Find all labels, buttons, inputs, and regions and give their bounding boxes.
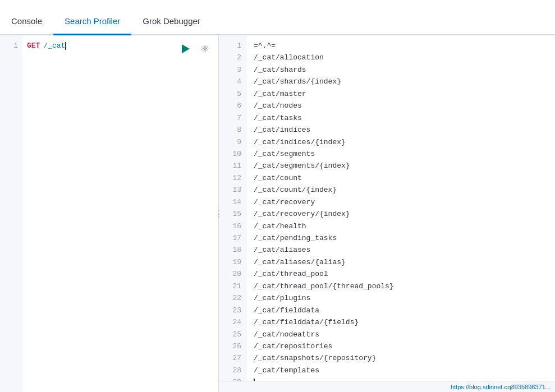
drag-dots-icon: ⋮ [214, 209, 222, 219]
output-line-13: /_cat/count/{index} [254, 184, 548, 196]
output-line-5: /_cat/master [254, 88, 548, 100]
output-line-number-19: 19 [219, 256, 241, 268]
output-line-12: /_cat/count [254, 172, 548, 184]
output-line-number-27: 27 [219, 352, 241, 364]
play-icon [182, 44, 190, 53]
output-line-number-10: 10 [219, 148, 241, 160]
output-line-number-8: 8 [219, 124, 241, 136]
left-panel: ⚛ 1 GET /_cat ⋮ [0, 35, 219, 392]
main-layout: ⚛ 1 GET /_cat ⋮ 123 [0, 35, 555, 392]
output-line-number-22: 22 [219, 292, 241, 304]
editor-line-number-1: 1 [0, 40, 18, 52]
output-line-number-2: 2 [219, 52, 241, 63]
output-line-number-21: 21 [219, 280, 241, 292]
output-line-3: /_cat/shards [254, 64, 548, 76]
right-panel: 1234567891011121314151617181920212223242… [219, 35, 555, 392]
output-line-number-28: 28 [219, 365, 241, 376]
output-line-number-11: 11 [219, 160, 241, 172]
output-line-26: /_cat/repositories [254, 340, 548, 352]
output-line-23: /_cat/fielddata [254, 305, 548, 316]
tab-search-profiler[interactable]: Search Profiler [53, 8, 131, 35]
output-line-number-13: 13 [219, 184, 241, 196]
output-line-4: /_cat/shards/{index} [254, 76, 548, 87]
editor-area: 1 GET /_cat [0, 35, 218, 392]
text-cursor [65, 42, 66, 50]
output-line-20: /_cat/thread_pool [254, 268, 548, 280]
output-line-number-18: 18 [219, 244, 241, 256]
output-line-number-1: 1 [219, 40, 241, 52]
output-line-10: /_cat/segments [254, 148, 548, 160]
output-line-numbers: 1234567891011121314151617181920212223242… [219, 35, 247, 381]
output-line-8: /_cat/indices [254, 124, 548, 136]
output-line-17: /_cat/pending_tasks [254, 232, 548, 244]
settings-button[interactable]: ⚛ [197, 41, 213, 57]
output-line-number-23: 23 [219, 305, 241, 316]
output-area: 1234567891011121314151617181920212223242… [219, 35, 555, 381]
tabs-bar: Console Search Profiler Grok Debugger [0, 0, 555, 35]
editor-line-numbers: 1 [0, 35, 22, 392]
output-line-11: /_cat/segments/{index} [254, 160, 548, 172]
output-line-number-29: 29 [219, 376, 241, 381]
output-line-number-16: 16 [219, 220, 241, 232]
output-line-2: /_cat/allocation [254, 52, 548, 63]
output-content: =^.^=/_cat/allocation/_cat/shards/_cat/s… [247, 35, 555, 381]
output-line-7: /_cat/tasks [254, 112, 548, 124]
editor-toolbar: ⚛ [178, 41, 213, 57]
output-line-28: /_cat/templates [254, 365, 548, 376]
output-line-18: /_cat/aliases [254, 244, 548, 256]
output-line-14: /_cat/recovery [254, 196, 548, 208]
output-line-number-12: 12 [219, 172, 241, 184]
output-line-21: /_cat/thread_pool/{thread_pools} [254, 280, 548, 292]
output-line-number-20: 20 [219, 268, 241, 280]
output-line-number-17: 17 [219, 232, 241, 244]
output-line-9: /_cat/indices/{index} [254, 136, 548, 148]
request-path: /_cat [43, 40, 65, 52]
output-line-16: /_cat/health [254, 220, 548, 232]
settings-icon: ⚛ [200, 43, 209, 55]
tab-console[interactable]: Console [0, 8, 53, 35]
output-line-number-14: 14 [219, 196, 241, 208]
http-method: GET [27, 40, 40, 52]
output-line-number-6: 6 [219, 100, 241, 112]
output-line-19: /_cat/aliases/{alias} [254, 256, 548, 268]
output-line-number-4: 4 [219, 76, 241, 87]
output-line-29 [254, 376, 548, 381]
output-line-27: /_cat/snapshots/{repository} [254, 352, 548, 364]
status-link[interactable]: https://blog.sdinnet.qq8935898371... [451, 384, 551, 390]
output-line-number-5: 5 [219, 88, 241, 100]
status-bar: https://blog.sdinnet.qq8935898371... [219, 381, 555, 392]
output-line-number-24: 24 [219, 316, 241, 328]
output-line-25: /_cat/nodeattrs [254, 329, 548, 340]
resize-handle[interactable]: ⋮ [215, 35, 222, 392]
editor-content[interactable]: GET /_cat [22, 35, 218, 392]
output-line-1: =^.^= [254, 40, 548, 52]
output-line-number-9: 9 [219, 136, 241, 148]
run-button[interactable] [178, 41, 194, 57]
output-line-number-15: 15 [219, 208, 241, 220]
output-line-number-25: 25 [219, 329, 241, 340]
output-line-24: /_cat/fielddata/{fields} [254, 316, 548, 328]
output-line-22: /_cat/plugins [254, 292, 548, 304]
tab-grok-debugger[interactable]: Grok Debugger [131, 8, 212, 35]
output-line-number-3: 3 [219, 64, 241, 76]
output-line-number-26: 26 [219, 340, 241, 352]
output-line-15: /_cat/recovery/{index} [254, 208, 548, 220]
output-line-number-7: 7 [219, 112, 241, 124]
output-line-6: /_cat/nodes [254, 100, 548, 112]
